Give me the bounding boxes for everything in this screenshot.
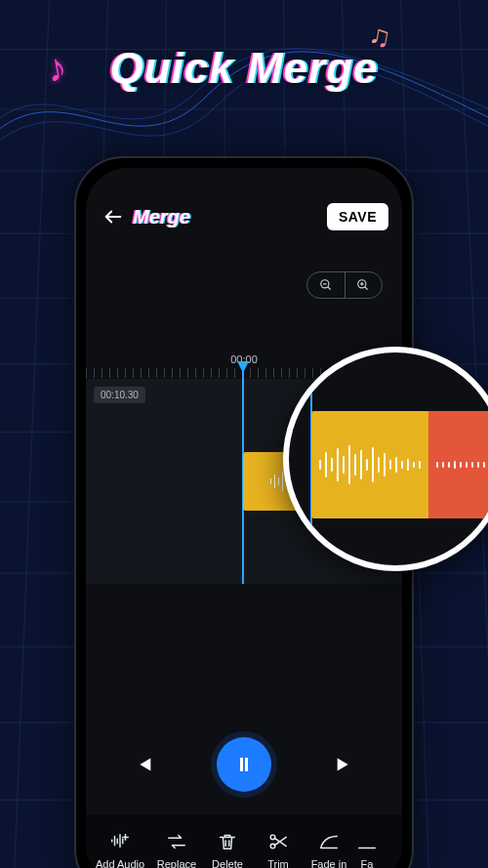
tool-label: Delete [212, 858, 243, 868]
replace-icon [166, 831, 187, 852]
tool-fade-in[interactable]: Fade in [305, 831, 353, 868]
promo-title: Quick Merge [0, 44, 488, 93]
pause-icon [232, 753, 256, 776]
screen-title: Merge [133, 206, 190, 228]
zoom-out-icon [319, 278, 333, 292]
trash-icon [217, 831, 238, 852]
bottom-toolbar: Add Audio Replace Delete Trim Fade in Fa [86, 814, 402, 868]
waveform-icon [311, 445, 428, 484]
tool-replace[interactable]: Replace [152, 831, 201, 868]
skip-next-icon [334, 754, 355, 775]
waveform-icon [428, 461, 488, 469]
transport-controls [86, 721, 402, 808]
save-button[interactable]: SAVE [327, 203, 388, 230]
app-header: Merge SAVE [100, 197, 388, 236]
arrow-left-icon [102, 206, 124, 227]
back-button[interactable] [100, 203, 127, 230]
skip-previous-icon [133, 754, 154, 775]
zoom-in-icon [356, 278, 370, 292]
fade-in-icon [318, 831, 340, 852]
fade-out-icon [356, 831, 378, 852]
lens-clip-2 [428, 411, 488, 518]
zoom-out-button[interactable] [307, 272, 345, 298]
zoom-controls [306, 271, 383, 299]
clip-timestamp: 00:10.30 [94, 387, 145, 403]
next-button[interactable] [326, 746, 363, 783]
tool-label: Replace [157, 858, 196, 868]
tool-label: Add Audio [96, 858, 144, 868]
add-audio-icon [109, 831, 131, 852]
tool-label: Fade in [311, 858, 347, 868]
lens-clip-1 [311, 411, 428, 518]
tool-label: Fa [361, 858, 374, 868]
tool-fade-out[interactable]: Fa [355, 831, 379, 868]
tool-delete[interactable]: Delete [203, 831, 252, 868]
prev-button[interactable] [125, 746, 162, 783]
tool-add-audio[interactable]: Add Audio [90, 831, 150, 868]
tool-label: Trim [267, 858, 289, 868]
zoom-in-button[interactable] [345, 272, 383, 298]
scissors-icon [267, 831, 289, 852]
play-pause-button[interactable] [217, 737, 271, 792]
tool-trim[interactable]: Trim [254, 831, 303, 868]
